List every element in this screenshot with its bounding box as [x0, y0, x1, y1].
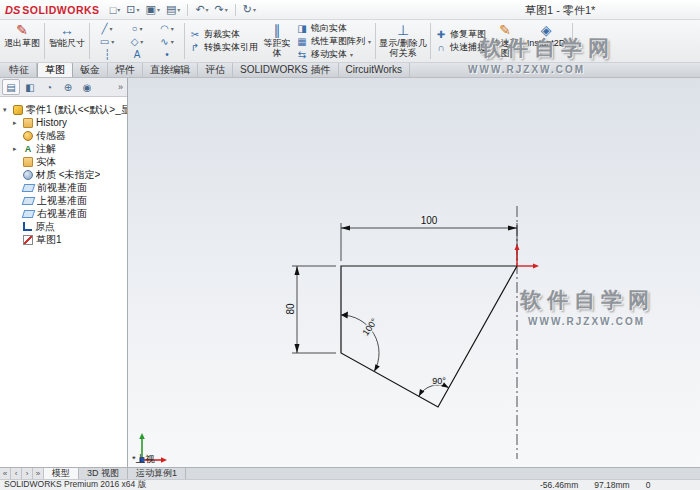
move-entities-label: 移动实体 — [311, 48, 347, 61]
tab-motion-study[interactable]: 运动算例1 — [128, 468, 186, 479]
graphics-viewport[interactable]: 100 80 100° 90° — [128, 78, 700, 467]
dropdown-icon[interactable]: ▾ — [171, 25, 174, 32]
configuration-manager-tab[interactable]: ◔ — [40, 79, 58, 95]
tab-weldments[interactable]: 焊件 — [108, 63, 143, 77]
centerline-tool-button[interactable]: ┆ — [92, 48, 122, 61]
undo-button[interactable]: ↶▾ — [193, 2, 210, 17]
arc-tool-button[interactable]: ◠▾ — [152, 22, 182, 35]
print-button[interactable]: ▤▾ — [164, 2, 182, 17]
dimension-angle-left-value[interactable]: 100° — [361, 316, 380, 337]
sketch-canvas[interactable]: 100 80 100° 90° — [128, 78, 700, 467]
tab-features[interactable]: 特征 — [2, 63, 37, 77]
text-tool-button[interactable]: A — [122, 48, 152, 61]
arrowhead-icon — [341, 312, 348, 319]
redo-button[interactable]: ↷▾ — [213, 2, 230, 17]
tree-item-sensors[interactable]: ▸ 传感器 — [0, 129, 127, 142]
tab-solidworks-addins[interactable]: SOLIDWORKS 插件 — [233, 63, 339, 77]
open-document-button[interactable]: ⊡▾ — [124, 2, 141, 17]
mirror-entities-button[interactable]: ◨ 镜向实体 — [296, 22, 371, 34]
tab-scroll-next-button[interactable]: › — [22, 468, 33, 479]
quick-snaps-button[interactable]: ∩ 快速捕捉 — [435, 42, 486, 54]
tree-item-origin[interactable]: ▸ 原点 — [0, 220, 127, 233]
dropdown-icon[interactable]: ▾ — [140, 38, 143, 45]
convert-entities-button[interactable]: ↱ 转换实体引用 — [189, 42, 258, 54]
dropdown-icon[interactable]: ▾ — [157, 6, 160, 13]
dropdown-icon[interactable]: ▾ — [177, 6, 180, 13]
dimension-width-value[interactable]: 100 — [421, 215, 438, 226]
offset-entities-button[interactable]: ∥ 等距实体 — [260, 21, 294, 61]
tab-sketch[interactable]: 草图 — [37, 62, 73, 77]
tab-scroll-first-button[interactable]: « — [0, 468, 11, 479]
rebuild-button[interactable]: ↻▾ — [241, 2, 258, 17]
circle-tool-button[interactable]: ○▾ — [122, 22, 152, 35]
tab-evaluate[interactable]: 评估 — [198, 63, 233, 77]
dropdown-icon[interactable]: ▾ — [368, 38, 371, 45]
exit-sketch-button[interactable]: ✎ 退出草图 — [2, 21, 42, 61]
tab-model[interactable]: 模型 — [44, 468, 79, 479]
dimension-height-value[interactable]: 80 — [285, 303, 296, 315]
display-delete-relations-button[interactable]: ⊥ 显示/删除几何关系 — [378, 21, 428, 61]
dropdown-icon[interactable]: ▾ — [140, 25, 143, 32]
dropdown-icon[interactable]: ▾ — [110, 25, 113, 32]
point-tool-button[interactable]: • — [152, 48, 182, 61]
polygon-tool-button[interactable]: ◇▾ — [122, 35, 152, 48]
panel-overflow-chevron-icon[interactable]: » — [118, 82, 125, 92]
tree-item-annotations[interactable]: ▸ 注解 — [0, 142, 127, 155]
rectangle-tool-button[interactable]: ▭▾ — [92, 35, 122, 48]
smart-dimension-button[interactable]: ↔ 智能尺寸 — [47, 21, 87, 61]
dropdown-icon[interactable]: ▾ — [253, 6, 256, 13]
dimension-angle-left[interactable]: 100° — [341, 312, 380, 372]
point-icon: • — [165, 49, 169, 60]
expander-icon[interactable]: ▸ — [13, 119, 20, 127]
dimxpert-manager-tab[interactable]: ⊕ — [59, 79, 77, 95]
tree-item-right-plane[interactable]: ▸ 右视基准面 — [0, 207, 127, 220]
rapid-sketch-button[interactable]: ✎ 快速草图 — [488, 21, 522, 61]
tab-scroll-last-button[interactable]: » — [33, 468, 44, 479]
next-icon: › — [26, 469, 29, 478]
rebuild-icon: ↻ — [243, 3, 252, 16]
move-entities-button[interactable]: ⇆ 移动实体 ▾ — [296, 48, 371, 60]
expander-icon[interactable]: ▾ — [3, 106, 10, 114]
dropdown-icon[interactable]: ▾ — [117, 6, 120, 13]
dropdown-icon[interactable]: ▾ — [225, 6, 228, 13]
tab-3d-views[interactable]: 3D 视图 — [79, 468, 128, 479]
tab-circuitworks[interactable]: CircuitWorks — [339, 63, 410, 77]
ribbon-separator — [89, 23, 90, 59]
dropdown-icon[interactable]: ▾ — [111, 38, 114, 45]
dropdown-icon[interactable]: ▾ — [206, 6, 209, 13]
expander-icon[interactable]: ▸ — [13, 145, 20, 153]
dimension-angle-bottom[interactable]: 90° — [419, 376, 449, 396]
line-tool-button[interactable]: ╱▾ — [92, 22, 122, 35]
sketch-origin-marker[interactable] — [515, 244, 540, 269]
dimension-angle-bottom-value[interactable]: 90° — [432, 376, 446, 386]
ribbon-separator — [44, 23, 45, 59]
dropdown-icon[interactable]: ▾ — [171, 38, 174, 45]
dimension-height[interactable]: 80 — [285, 266, 300, 353]
property-manager-tab[interactable]: ◧ — [21, 79, 39, 95]
tree-item-solid-bodies[interactable]: ▸ 实体 — [0, 155, 127, 168]
dropdown-icon[interactable]: ▾ — [350, 51, 353, 58]
linear-pattern-button[interactable]: ▦ 线性草图阵列 ▾ — [296, 35, 371, 47]
dimension-width[interactable]: 100 — [341, 215, 517, 231]
pattern-icon: ▦ — [296, 36, 308, 47]
tab-direct-editing[interactable]: 直接编辑 — [143, 63, 198, 77]
repair-sketch-button[interactable]: ✚ 修复草图 — [435, 29, 486, 41]
new-document-button[interactable]: □▾ — [108, 2, 123, 17]
tree-item-sketch1[interactable]: ▸ 草图1 — [0, 233, 127, 246]
display-manager-tab[interactable]: ◉ — [78, 79, 96, 95]
spline-tool-button[interactable]: ∿▾ — [152, 35, 182, 48]
tree-item-material[interactable]: ▸ 材质 <未指定> — [0, 168, 127, 181]
feature-tree: ▾ 零件1 (默认<<默认>_显示状态 ▸ History ▸ 传感器 ▸ 注解… — [0, 97, 127, 467]
tab-sheet-metal[interactable]: 钣金 — [73, 63, 108, 77]
instant2d-button[interactable]: ◈ Instant2D — [522, 21, 570, 61]
tab-scroll-prev-button[interactable]: ‹ — [11, 468, 22, 479]
trim-entities-button[interactable]: ✂ 剪裁实体 — [189, 29, 258, 41]
dropdown-icon[interactable]: ▾ — [137, 6, 140, 13]
tree-item-history[interactable]: ▸ History — [0, 116, 127, 129]
tree-item-front-plane[interactable]: ▸ 前视基准面 — [0, 181, 127, 194]
tree-item-top-plane[interactable]: ▸ 上视基准面 — [0, 194, 127, 207]
tree-item-part-root[interactable]: ▾ 零件1 (默认<<默认>_显示状态 — [0, 103, 127, 116]
save-button[interactable]: ▣▾ — [144, 2, 162, 17]
feature-manager-tab[interactable]: ▤ — [2, 79, 20, 95]
sensors-icon — [23, 131, 33, 141]
